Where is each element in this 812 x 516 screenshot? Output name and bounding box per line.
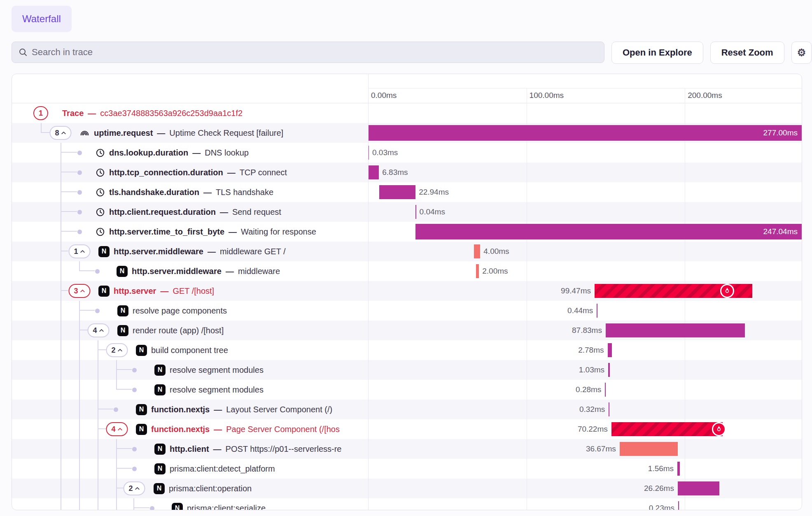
expand-badge[interactable]: 1 — [33, 106, 48, 120]
tree-dot — [77, 170, 82, 175]
duration-bar[interactable] — [415, 205, 416, 219]
tree-guide — [61, 400, 61, 419]
duration-label: 247.04ms — [763, 222, 798, 242]
tree-elbow-vertical — [61, 163, 61, 182]
expand-badge[interactable]: 2 — [123, 481, 145, 495]
tree-guide — [116, 498, 117, 510]
duration-bar[interactable] — [606, 323, 745, 337]
tree-elbow-horizontal — [116, 369, 132, 370]
clock-icon — [96, 148, 105, 158]
span-row-prisma-client-detect-platform[interactable]: Nprisma:client:detect_platform1.56ms — [12, 459, 802, 479]
span-row-http.server.middleware-get[interactable]: 1Nhttp.server.middleware—middleware GET … — [12, 242, 802, 261]
span-row-uptime.request[interactable]: 8uptime.request—Uptime Check Request [fa… — [12, 123, 802, 143]
span-row-function.nextjs-layout[interactable]: Nfunction.nextjs—Layout Server Component… — [12, 400, 802, 419]
duration-bar[interactable] — [415, 224, 802, 239]
tree-guide — [61, 498, 61, 510]
fire-icon[interactable] — [720, 284, 734, 298]
separator: — — [220, 207, 228, 217]
span-row-http.server-get-host[interactable]: 3Nhttp.server—GET /[host]99.47ms — [12, 281, 802, 301]
span-row-render-route-app-host[interactable]: 4Nrender route (app) /[host]87.83ms — [12, 321, 802, 340]
tree-elbow-vertical — [116, 459, 117, 479]
duration-bar[interactable] — [608, 343, 612, 357]
settings-button[interactable]: ⚙ — [791, 42, 812, 64]
tree-elbow-vertical — [61, 182, 61, 202]
duration-label: 22.94ms — [419, 182, 449, 202]
duration-label: 0.03ms — [372, 143, 398, 163]
span-row-http.server.time_to_first_byte[interactable]: http.server.time_to_first_byte—Waiting f… — [12, 222, 802, 242]
clock-icon — [96, 207, 105, 217]
expand-badge[interactable]: 3 — [68, 284, 90, 298]
reset-zoom-button[interactable]: Reset Zoom — [710, 42, 784, 64]
duration-bar[interactable] — [677, 462, 680, 476]
tree-elbow-horizontal — [79, 270, 95, 271]
duration-bar[interactable] — [605, 383, 606, 397]
search-placeholder: Search in trace — [32, 47, 93, 58]
span-label: Nhttp.server.middleware—middleware — [117, 261, 802, 281]
expand-badge[interactable]: 2 — [106, 343, 128, 357]
duration-bar[interactable] — [379, 185, 415, 199]
span-label: Nhttp.server.middleware—middleware GET / — [98, 242, 802, 261]
expand-badge[interactable]: 1 — [68, 244, 90, 258]
duration-bar[interactable] — [620, 442, 678, 456]
tree-dot — [77, 151, 82, 155]
span-op: uptime.request — [94, 128, 153, 138]
tree-elbow-horizontal — [116, 448, 132, 449]
tree-elbow-vertical — [61, 222, 61, 242]
span-label: Nresolve page components — [117, 301, 802, 321]
expand-badge[interactable]: 8 — [49, 126, 71, 140]
search-input[interactable]: Search in trace — [12, 42, 604, 63]
span-row-http.tcp_connection.duration[interactable]: http.tcp_connection.duration—TCP connect… — [12, 163, 802, 182]
span-row-prisma-client-operation[interactable]: 2Nprisma:client:operation26.26ms — [12, 479, 802, 498]
span-row-http.client.request.duration[interactable]: http.client.request.duration—Send reques… — [12, 202, 802, 222]
child-count: 1 — [39, 109, 43, 118]
duration-bar[interactable] — [597, 304, 597, 318]
tree-guide — [61, 439, 61, 459]
tree-dot — [77, 190, 82, 195]
span-row-function.nextjs-page[interactable]: 4Nfunction.nextjs—Page Server Component … — [12, 419, 802, 439]
tree-elbow-vertical — [116, 380, 117, 390]
tree-guide — [79, 340, 80, 360]
child-count: 8 — [55, 129, 59, 137]
tick-label-100: 100.00ms — [530, 91, 564, 100]
span-label: dns.lookup.duration—DNS lookup — [96, 143, 802, 163]
duration-bar[interactable] — [608, 363, 610, 377]
span-row-resolve-page-components[interactable]: Nresolve page components0.44ms — [12, 301, 802, 321]
span-description: render route (app) /[host] — [133, 326, 224, 335]
duration-bar[interactable] — [476, 264, 479, 278]
span-row-http.client-post[interactable]: Nhttp.client—POST https://p01--serverles… — [12, 439, 802, 459]
span-description: build component tree — [151, 346, 228, 355]
panel-divider[interactable] — [368, 74, 369, 510]
span-row-prisma-client-serialize[interactable]: Nprisma:client:serialize0.23ms — [12, 498, 802, 510]
tab-waterfall[interactable]: Waterfall — [12, 6, 72, 32]
duration-label: 99.47ms — [561, 281, 591, 301]
tree-elbow-vertical — [61, 242, 61, 261]
duration-label: 277.00ms — [763, 123, 798, 143]
tree-elbow-horizontal — [98, 349, 106, 350]
span-row-resolve-segment-modules-2[interactable]: Nresolve segment modules0.28ms — [12, 380, 802, 400]
duration-bar[interactable] — [678, 501, 679, 510]
duration-bar[interactable] — [474, 244, 480, 258]
fire-icon[interactable] — [712, 422, 726, 436]
child-count: 4 — [111, 425, 115, 434]
duration-bar[interactable] — [611, 422, 723, 436]
separator: — — [157, 128, 165, 138]
span-row-build-component-tree[interactable]: 2Nbuild component tree2.78ms — [12, 340, 802, 360]
span-row-dns.lookup.duration[interactable]: dns.lookup.duration—DNS lookup0.03ms — [12, 143, 802, 163]
tree-guide — [79, 479, 80, 498]
duration-bar[interactable] — [368, 125, 802, 141]
span-row-trace-root[interactable]: 1Trace—cc3ae3748883563a926c253d9aa1c1f2 — [12, 103, 802, 123]
tree-elbow-horizontal — [61, 231, 77, 232]
span-row-tls.handshake.duration[interactable]: tls.handshake.duration—TLS handshake22.9… — [12, 182, 802, 202]
duration-bar[interactable] — [678, 481, 719, 495]
span-row-resolve-segment-modules-1[interactable]: Nresolve segment modules1.03ms — [12, 360, 802, 380]
open-in-explore-button[interactable]: Open in Explore — [611, 42, 703, 64]
duration-label: 70.22ms — [578, 419, 608, 439]
tree-dot — [132, 447, 137, 451]
expand-badge[interactable]: 4 — [106, 422, 128, 436]
expand-badge[interactable]: 4 — [87, 323, 109, 337]
duration-label: 2.00ms — [482, 261, 508, 281]
duration-bar[interactable] — [368, 165, 379, 179]
span-row-http.server.middleware[interactable]: Nhttp.server.middleware—middleware2.00ms — [12, 261, 802, 281]
duration-bar[interactable] — [609, 402, 609, 416]
tree-dot — [77, 210, 82, 214]
